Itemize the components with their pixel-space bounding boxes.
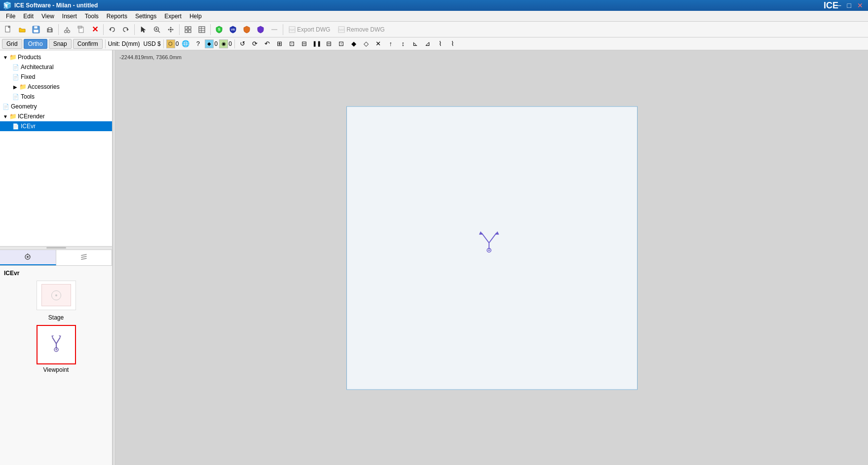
expand-products[interactable]: ▼: [2, 55, 9, 60]
cloud-button[interactable]: [240, 23, 253, 36]
counter2: ◆ 0: [205, 39, 218, 48]
sep-unit: [163, 39, 164, 48]
tree-item-icevr[interactable]: 📄 ICEvr: [0, 121, 112, 131]
counter1-value: 0: [176, 40, 179, 47]
menu-view[interactable]: View: [38, 12, 58, 21]
menu-reports[interactable]: Reports: [103, 12, 131, 21]
ortho-mode-button[interactable]: Ortho: [24, 39, 47, 49]
action3-button[interactable]: ↶: [262, 39, 273, 49]
vr-button[interactable]: VR: [226, 23, 239, 36]
action18-button[interactable]: ⌇: [447, 39, 458, 49]
title-bar: 🧊 ICE Software - Milan - untitled ICE ─ …: [0, 0, 868, 11]
menu-tools[interactable]: Tools: [81, 12, 103, 21]
currency-label: USD $: [143, 40, 160, 47]
close-button[interactable]: ✕: [855, 1, 865, 9]
security-button[interactable]: S: [213, 23, 226, 36]
counter3: ◉ 0: [219, 39, 232, 48]
svg-rect-28: [189, 27, 191, 29]
svg-marker-22: [170, 27, 172, 28]
tree-item-tools[interactable]: 📄 Tools: [0, 92, 112, 102]
tree-item-architectural[interactable]: 📄 Architectural: [0, 62, 112, 72]
table-view-button[interactable]: [195, 23, 208, 36]
tab-properties[interactable]: [56, 250, 113, 265]
new-button[interactable]: [2, 23, 15, 36]
menu-insert[interactable]: Insert: [58, 12, 81, 21]
select-button[interactable]: [137, 23, 150, 36]
action16-button[interactable]: ⊿: [422, 39, 433, 49]
action2-button[interactable]: ⟳: [250, 39, 261, 49]
grid-mode-button[interactable]: Grid: [2, 39, 22, 49]
svg-line-46: [81, 254, 86, 255]
action8-button[interactable]: ⊟: [324, 39, 335, 49]
expand-icerender[interactable]: ▼: [2, 114, 9, 119]
tree-label-architectural: Architectural: [21, 64, 54, 71]
action13-button[interactable]: ↑: [385, 39, 396, 49]
menu-help[interactable]: Help: [186, 12, 206, 21]
action14-button[interactable]: ↕: [398, 39, 409, 49]
menu-file[interactable]: File: [2, 12, 19, 21]
extra-button[interactable]: [268, 23, 281, 36]
confirm-mode-button[interactable]: Confirm: [73, 39, 103, 49]
action11-button[interactable]: ◇: [361, 39, 372, 49]
tree-item-fixed[interactable]: 📄 Fixed: [0, 72, 112, 82]
globe-button[interactable]: 🌐: [180, 39, 191, 49]
grid-view-button[interactable]: [182, 23, 194, 36]
remove-dwg-button[interactable]: DWG Remove DWG: [335, 23, 388, 36]
action6-button[interactable]: ⊟: [299, 39, 310, 49]
counter3-icon: ◉: [219, 39, 228, 48]
sync-button[interactable]: [254, 23, 267, 36]
tree-item-products[interactable]: ▼ 📁 Products: [0, 52, 112, 62]
tree-item-geometry[interactable]: 📄 Geometry: [0, 102, 112, 111]
menu-expert[interactable]: Expert: [160, 12, 186, 21]
objects-icon: [23, 252, 32, 261]
export-dwg-button[interactable]: DWG Export DWG: [285, 23, 334, 36]
tree-label-geometry: Geometry: [11, 103, 37, 110]
open-button[interactable]: [16, 23, 29, 36]
svg-point-43: [27, 256, 29, 258]
undo-button[interactable]: [106, 23, 118, 36]
redo-button[interactable]: [119, 23, 132, 36]
panel-divider[interactable]: [0, 246, 112, 250]
zoom-button[interactable]: [151, 23, 163, 36]
tab-objects[interactable]: [0, 250, 56, 265]
expand-accessories[interactable]: ▶: [12, 84, 19, 90]
menu-settings[interactable]: Settings: [131, 12, 160, 21]
snap-mode-button[interactable]: Snap: [49, 39, 72, 49]
action9-button[interactable]: ⊡: [336, 39, 347, 49]
canvas-area[interactable]: -2244.819mm, 7366.0mm: [115, 50, 868, 465]
svg-line-45: [29, 256, 30, 256]
stage-thumbnail[interactable]: [37, 281, 76, 310]
print-button[interactable]: [43, 23, 56, 36]
cut-button[interactable]: [61, 23, 74, 36]
help-button[interactable]: ?: [192, 39, 203, 49]
tree-item-icerender[interactable]: ▼ 📁 ICErender: [0, 111, 112, 121]
action1-button[interactable]: ↺: [237, 39, 248, 49]
remove-dwg-label: Remove DWG: [346, 26, 384, 33]
menu-edit[interactable]: Edit: [19, 12, 38, 21]
action7-button[interactable]: ❚❚: [311, 39, 322, 49]
properties-panel: ICEvr Stage: [0, 266, 112, 465]
cursor-symbol: [477, 230, 501, 254]
action4-button[interactable]: ⊞: [274, 39, 285, 49]
title-bar-controls: ─ □ ✕: [834, 1, 865, 9]
maximize-button[interactable]: □: [845, 1, 853, 9]
paste-button[interactable]: [75, 23, 87, 36]
drawing-canvas[interactable]: [346, 106, 638, 390]
action5-button[interactable]: ⊡: [287, 39, 298, 49]
svg-point-62: [488, 250, 490, 251]
pan-button[interactable]: [164, 23, 177, 36]
left-panel: ▼ 📁 Products 📄 Architectural 📄 Fixed ▶ 📁…: [0, 50, 113, 465]
folder-icon-products: 📁: [9, 53, 17, 61]
tree-item-accessories[interactable]: ▶ 📁 Accessories: [0, 82, 112, 92]
delete-button[interactable]: ✕: [88, 23, 101, 36]
action17-button[interactable]: ⌇: [435, 39, 446, 49]
svg-marker-54: [51, 335, 54, 337]
action10-button[interactable]: ◆: [348, 39, 359, 49]
counter3-value: 0: [228, 40, 232, 47]
action15-button[interactable]: ⊾: [410, 39, 421, 49]
action12-button[interactable]: ✕: [373, 39, 384, 49]
viewpoint-thumbnail[interactable]: [37, 325, 76, 364]
panel-tabs: [0, 250, 112, 266]
svg-marker-55: [59, 335, 61, 337]
save-button[interactable]: [30, 23, 42, 36]
